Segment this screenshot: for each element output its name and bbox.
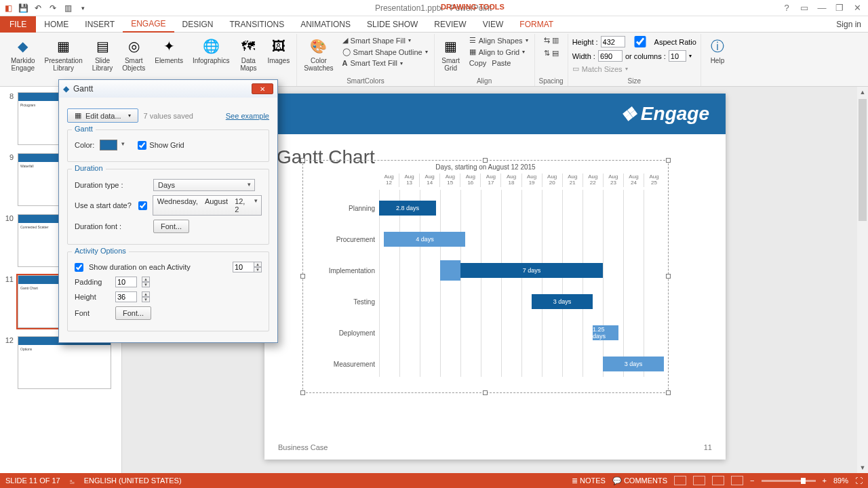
show-duration-spinner[interactable]: ▲▼: [254, 262, 262, 272]
fit-to-window-button[interactable]: ⛶: [855, 476, 863, 485]
padding-input[interactable]: [115, 277, 137, 287]
show-duration-value[interactable]: [233, 262, 254, 272]
close-icon[interactable]: ✕: [849, 2, 865, 14]
help-button[interactable]: ⓘHelp: [705, 35, 730, 66]
zoom-level[interactable]: 89%: [833, 476, 848, 485]
ribbon: ◆Markido Engage ▦Presentation Library ▤S…: [0, 33, 868, 87]
scroll-down-icon[interactable]: ▼: [857, 462, 868, 473]
vertical-scrollbar[interactable]: ▲ ▼: [857, 87, 868, 473]
smart-grid-button[interactable]: ▦Smart Grid: [439, 35, 463, 73]
gantt-bar[interactable]: 4 days: [384, 232, 465, 247]
height-input-dlg[interactable]: [115, 291, 137, 302]
tab-engage[interactable]: ENGAGE: [123, 16, 174, 33]
paste-button[interactable]: Paste: [492, 59, 511, 67]
height-input[interactable]: [601, 36, 625, 47]
gantt-grid: Aug12Aug13Aug14Aug15Aug16Aug17Aug18Aug19…: [379, 174, 664, 377]
tab-slideshow[interactable]: SLIDE SHOW: [359, 17, 426, 32]
gantt-overlap-bar[interactable]: [440, 260, 460, 281]
scroll-up-icon[interactable]: ▲: [857, 87, 868, 98]
dialog-titlebar[interactable]: ◆ Gantt ✕: [59, 80, 277, 98]
smart-text-fill-button[interactable]: ASmart Text Fill▾: [340, 58, 430, 68]
gantt-chart-object[interactable]: Days, starting on August 12 2015 Aug12Au…: [302, 160, 669, 393]
undo-icon[interactable]: ↶: [33, 3, 43, 14]
comments-button[interactable]: 💬 COMMENTS: [612, 476, 667, 485]
spellcheck-icon[interactable]: ⎁: [70, 476, 75, 485]
data-maps-button[interactable]: 🗺Data Maps: [236, 35, 260, 73]
tab-animations[interactable]: ANIMATIONS: [292, 17, 359, 32]
slide-counter[interactable]: SLIDE 11 OF 17: [5, 476, 60, 485]
zoom-out-button[interactable]: −: [750, 476, 754, 485]
smart-shape-outline-button[interactable]: ◯Smart Shape Outline▾: [340, 47, 430, 57]
save-icon[interactable]: 💾: [18, 3, 28, 14]
gantt-bar[interactable]: 1.25 days: [593, 325, 618, 340]
zoom-slider[interactable]: [762, 480, 816, 482]
reading-view-button[interactable]: [712, 476, 724, 485]
redo-icon[interactable]: ↷: [47, 3, 58, 14]
zoom-in-button[interactable]: +: [823, 476, 827, 485]
start-slideshow-icon[interactable]: ▥: [62, 3, 73, 14]
smart-shape-fill-button[interactable]: ◢Smart Shape Fill▾: [340, 35, 430, 45]
slide-library-button[interactable]: ▤Slide Library: [90, 35, 116, 73]
presentation-library-button[interactable]: ▦Presentation Library: [42, 35, 85, 73]
show-duration-checkbox[interactable]: [75, 263, 83, 272]
tab-format[interactable]: FORMAT: [511, 17, 561, 32]
gantt-bar[interactable]: 7 days: [460, 263, 603, 278]
gantt-column-header: Aug25: [644, 174, 664, 187]
tab-transitions[interactable]: TRANSITIONS: [222, 17, 293, 32]
smart-objects-button[interactable]: ◎Smart Objects: [119, 35, 148, 73]
ribbon-help-icon[interactable]: ?: [778, 2, 795, 14]
width-input[interactable]: [598, 50, 623, 62]
images-button[interactable]: 🖼Images: [264, 35, 292, 66]
tab-view[interactable]: VIEW: [475, 17, 512, 32]
duration-type-select[interactable]: Days: [153, 179, 255, 191]
tab-file[interactable]: FILE: [0, 16, 36, 33]
or-columns-label: or columns :: [625, 52, 666, 60]
height-spinner[interactable]: ▲▼: [142, 291, 150, 302]
match-sizes-button[interactable]: Match Sizes: [582, 65, 623, 73]
powerpoint-icon: ◧: [3, 3, 14, 14]
restore-icon[interactable]: ❐: [831, 2, 848, 14]
duration-font-button[interactable]: Font...: [153, 220, 189, 233]
gantt-task-label: Planning: [303, 205, 375, 212]
notes-button[interactable]: ≣ NOTES: [572, 476, 606, 485]
copy-button[interactable]: Copy: [469, 59, 487, 67]
bucket-icon: ◢: [342, 36, 348, 45]
spacing-horizontal-button[interactable]: ⇆ ▥: [542, 35, 561, 45]
dialog-close-button[interactable]: ✕: [252, 83, 273, 94]
aspect-ratio-checkbox[interactable]: [628, 36, 652, 47]
columns-input[interactable]: [669, 50, 686, 62]
align-shapes-button[interactable]: ☰Align Shapes▾: [467, 35, 530, 45]
elements-button[interactable]: ✦Elements: [152, 35, 186, 66]
align-to-grid-button[interactable]: ▦Align to Grid▾: [467, 47, 530, 57]
sorter-view-button[interactable]: [693, 476, 705, 485]
markido-engage-button[interactable]: ◆Markido Engage: [8, 35, 38, 73]
language-indicator[interactable]: ENGLISH (UNITED STATES): [84, 476, 182, 485]
tab-insert[interactable]: INSERT: [77, 17, 123, 32]
color-picker[interactable]: [100, 140, 117, 150]
scrollbar-thumb[interactable]: [859, 99, 867, 221]
see-example-link[interactable]: See example: [226, 112, 269, 120]
edit-data-button[interactable]: ▦Edit data...▾: [67, 108, 138, 123]
ribbon-display-options-icon[interactable]: ▭: [796, 2, 812, 14]
color-swatches-button[interactable]: 🎨Color Swatches: [301, 35, 336, 73]
use-start-date-checkbox[interactable]: [138, 201, 147, 210]
tab-design[interactable]: DESIGN: [174, 17, 222, 32]
sign-in-link[interactable]: Sign in: [836, 20, 861, 29]
slide-thumb-12[interactable]: 12Options: [0, 335, 121, 396]
color-label: Color:: [75, 141, 94, 149]
start-date-picker[interactable]: Wednesday,August12, 2: [153, 195, 262, 216]
padding-spinner[interactable]: ▲▼: [142, 277, 150, 287]
spacing-vertical-button[interactable]: ⇅ ▤: [542, 48, 561, 58]
qat-more-icon[interactable]: ▾: [77, 3, 88, 14]
tab-review[interactable]: REVIEW: [426, 17, 474, 32]
infographics-button[interactable]: 🌐Infographics: [190, 35, 232, 66]
tab-home[interactable]: HOME: [36, 17, 77, 32]
normal-view-button[interactable]: [674, 476, 686, 485]
gantt-bar[interactable]: 2.8 days: [379, 201, 436, 216]
gantt-bar[interactable]: 3 days: [532, 294, 593, 309]
slideshow-view-button[interactable]: [731, 476, 743, 485]
gantt-bar[interactable]: 3 days: [603, 357, 664, 371]
minimize-icon[interactable]: —: [814, 2, 830, 14]
activity-font-button[interactable]: Font...: [115, 306, 151, 320]
show-grid-checkbox[interactable]: [138, 141, 146, 150]
